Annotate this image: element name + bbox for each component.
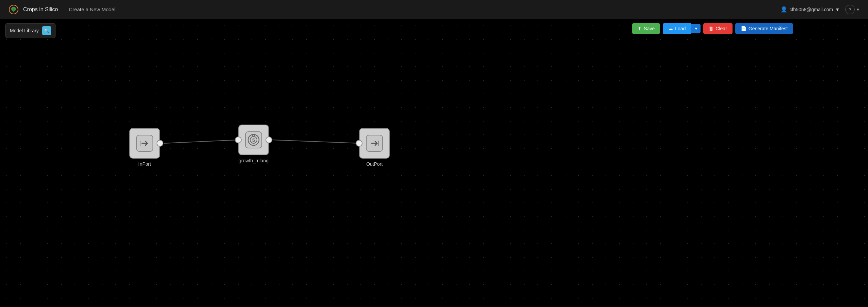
clear-label: Clear — [716, 26, 727, 31]
page-title: Create a New Model — [69, 6, 115, 12]
load-button[interactable]: ☁ Load — [663, 23, 691, 34]
outport-label: OutPort — [366, 161, 383, 167]
header: Crops in Silico Create a New Model 👤 cfh… — [0, 0, 868, 19]
load-dropdown: ☁ Load ▼ — [663, 23, 701, 34]
svg-rect-10 — [378, 141, 379, 146]
outport-icon — [366, 134, 383, 152]
model-library-search-button[interactable]: 🔍 — [42, 26, 51, 35]
search-icon: 🔍 — [44, 28, 49, 33]
manifest-icon: 📄 — [741, 26, 746, 31]
growth-mlang-node-box[interactable]: 5 — [238, 125, 269, 155]
growth-mlang-label: growth_mlang — [239, 158, 269, 163]
generate-manifest-button[interactable]: 📄 Generate Manifest — [735, 23, 793, 34]
save-icon: ⬆ — [638, 26, 642, 31]
growth-mlang-icon: 5 — [245, 131, 262, 149]
outport-node-box[interactable] — [359, 128, 390, 159]
model-library-label: Model Library — [10, 28, 39, 33]
save-button[interactable]: ⬆ Save — [632, 23, 660, 34]
canvas[interactable]: InPort 5 growth_mlang — [0, 19, 868, 307]
user-dropdown-icon: ▼ — [835, 7, 840, 12]
header-right: 👤 cfh5058@gmail.com ▼ ? ▼ — [781, 5, 860, 14]
svg-line-1 — [164, 140, 238, 143]
growth-mlang-output-port[interactable] — [266, 136, 272, 143]
help-button[interactable]: ? — [845, 5, 855, 14]
clear-icon: 🗑 — [709, 26, 713, 31]
brand-name: Crops in Silico — [23, 6, 58, 13]
load-label: Load — [675, 26, 686, 31]
svg-line-2 — [272, 140, 359, 143]
user-menu[interactable]: 👤 cfh5058@gmail.com ▼ — [781, 6, 840, 13]
load-icon: ☁ — [668, 26, 673, 31]
user-email: cfh5058@gmail.com — [789, 7, 833, 12]
help-dropdown-icon: ▼ — [856, 7, 860, 12]
user-icon: 👤 — [781, 6, 787, 13]
app-logo — [8, 4, 19, 15]
toolbar: ⬆ Save ☁ Load ▼ 🗑 Clear 📄 Generate Manif… — [632, 23, 793, 34]
help-area: ? ▼ — [845, 5, 860, 14]
inport-icon — [136, 134, 154, 152]
outport-node[interactable]: OutPort — [359, 128, 390, 167]
svg-rect-4 — [141, 141, 141, 146]
model-library-panel: Model Library 🔍 — [5, 23, 55, 38]
inport-label: InPort — [138, 161, 151, 167]
inport-output-port[interactable] — [157, 140, 163, 147]
inport-node-box[interactable] — [129, 128, 160, 159]
clear-button[interactable]: 🗑 Clear — [703, 23, 732, 34]
growth-mlang-node[interactable]: 5 growth_mlang — [238, 125, 269, 163]
load-dropdown-caret[interactable]: ▼ — [691, 24, 701, 33]
manifest-label: Generate Manifest — [749, 26, 788, 31]
inport-node[interactable]: InPort — [129, 128, 160, 167]
save-label: Save — [644, 26, 655, 31]
growth-mlang-input-port[interactable] — [235, 136, 242, 143]
outport-input-port[interactable] — [356, 140, 363, 147]
svg-text:5: 5 — [252, 138, 255, 143]
